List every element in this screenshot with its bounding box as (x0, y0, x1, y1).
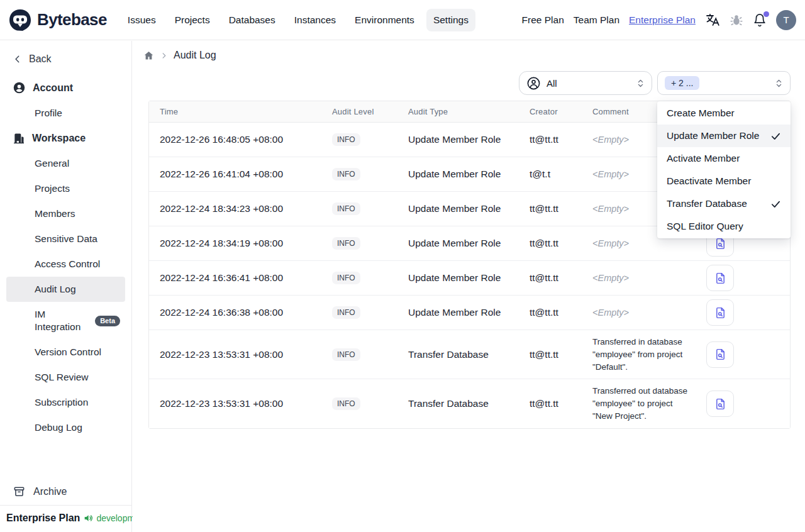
sidebar-item-label: Audit Log (35, 283, 76, 296)
audit-level-badge: INFO (332, 348, 360, 361)
sidebar-item-label: Version Control (35, 346, 101, 358)
team-plan-link[interactable]: Team Plan (574, 14, 619, 26)
row-audit-type: Transfer Database (397, 349, 519, 360)
row-time: 2022-12-26 16:48:05 +08:00 (149, 134, 321, 145)
user-avatar[interactable]: T (776, 10, 796, 30)
menu-item-label: Deactivate Member (667, 175, 751, 187)
sidebar-item-archive[interactable]: Archive (0, 479, 131, 505)
sidebar-item-members[interactable]: Members (6, 201, 125, 226)
audit-type-dropdown-menu: Create Member Update Member Role Activat… (657, 101, 791, 238)
check-icon (770, 131, 781, 141)
row-comment: <Empty> (592, 204, 629, 214)
menu-item-transfer-database[interactable]: Transfer Database (657, 192, 791, 215)
view-detail-button[interactable] (706, 391, 734, 417)
archive-label: Archive (33, 486, 67, 497)
notification-bell-icon[interactable] (753, 13, 767, 27)
sidebar-item-label: Subscription (35, 396, 88, 409)
row-creator: tt@tt.tt (519, 238, 582, 249)
type-filter-tag: + 2 ... (665, 76, 699, 90)
row-creator: tt@tt.tt (519, 307, 582, 318)
bytebase-logo[interactable]: Bytebase (9, 9, 107, 31)
chevron-left-icon (13, 55, 22, 64)
navbar-right: Free Plan Team Plan Enterprise Plan (522, 10, 796, 30)
workspace-title: Workspace (32, 133, 86, 144)
table-row: 2022-12-23 13:53:31 +08:00 INFO Transfer… (149, 379, 790, 428)
audit-level-badge: INFO (332, 202, 360, 215)
bug-report-icon[interactable] (730, 13, 743, 27)
sidebar-item-sql-review[interactable]: SQL Review (6, 365, 125, 390)
sidebar-section-workspace: Workspace (0, 126, 131, 151)
sidebar-item-access-control[interactable]: Access Control (6, 252, 125, 277)
chevron-updown-icon (636, 79, 645, 88)
sidebar-item-im-integration[interactable]: IM Integration Beta (6, 302, 125, 340)
nav-settings[interactable]: Settings (426, 9, 475, 31)
sidebar-item-audit-log[interactable]: Audit Log (6, 277, 125, 302)
menu-item-deactivate-member[interactable]: Deactivate Member (657, 170, 791, 192)
sidebar-section-account: Account (0, 75, 131, 101)
audit-level-badge: INFO (332, 397, 360, 410)
col-header-audit-level: Audit Level (321, 107, 397, 116)
row-creator: tt@tt.tt (519, 349, 582, 360)
free-plan-link[interactable]: Free Plan (522, 14, 564, 26)
row-time: 2022-12-26 16:41:04 +08:00 (149, 169, 321, 180)
notification-dot (763, 11, 769, 17)
home-icon[interactable] (143, 50, 154, 61)
row-creator: tt@tt.tt (519, 272, 582, 284)
nav-issues[interactable]: Issues (121, 9, 163, 31)
person-circle-icon (526, 76, 541, 91)
back-label: Back (29, 53, 52, 65)
main-content: Audit Log All + 2 ... (133, 41, 805, 532)
row-audit-type: Update Member Role (397, 272, 519, 284)
enterprise-plan-link[interactable]: Enterprise Plan (629, 14, 696, 26)
nav-environments[interactable]: Environments (348, 9, 421, 31)
translate-icon[interactable] (705, 13, 720, 28)
nav-instances[interactable]: Instances (287, 9, 343, 31)
sidebar-item-label: Profile (35, 107, 62, 119)
chevron-updown-icon (775, 79, 783, 88)
row-creator: tt@tt.tt (519, 398, 582, 409)
sidebar-item-sensitive-data[interactable]: Sensitive Data (6, 226, 125, 252)
top-navbar: Bytebase Issues Projects Databases Insta… (0, 0, 805, 40)
menu-item-label: SQL Editor Query (667, 221, 743, 232)
audit-level-badge: INFO (332, 133, 360, 146)
breadcrumb: Audit Log (133, 41, 805, 62)
account-title: Account (33, 82, 73, 94)
table-row: 2022-12-24 16:36:41 +08:00 INFO Update M… (149, 261, 790, 296)
brand-name: Bytebase (37, 10, 107, 30)
menu-item-label: Create Member (667, 108, 735, 119)
sidebar-item-profile[interactable]: Profile (6, 101, 125, 126)
col-header-creator: Creator (519, 107, 582, 116)
sidebar-item-projects[interactable]: Projects (6, 176, 125, 201)
view-detail-button[interactable] (706, 265, 734, 291)
back-button[interactable]: Back (0, 51, 131, 75)
menu-item-sql-editor-query[interactable]: SQL Editor Query (657, 215, 791, 238)
row-time: 2022-12-23 13:53:31 +08:00 (149, 349, 321, 360)
col-header-time: Time (149, 107, 321, 116)
bytebase-logo-icon (9, 9, 31, 31)
row-comment: <Empty> (592, 273, 629, 283)
row-comment: <Empty> (592, 169, 629, 179)
row-comment: <Empty> (592, 135, 629, 145)
row-comment: <Empty> (592, 238, 629, 248)
menu-item-update-member-role[interactable]: Update Member Role (657, 125, 791, 147)
nav-databases[interactable]: Databases (222, 9, 282, 31)
breadcrumb-current[interactable]: Audit Log (174, 50, 216, 61)
sidebar-item-version-control[interactable]: Version Control (6, 340, 125, 365)
menu-item-create-member[interactable]: Create Member (657, 102, 791, 125)
menu-item-activate-member[interactable]: Activate Member (657, 147, 791, 170)
sidebar-item-general[interactable]: General (6, 151, 125, 176)
nav-projects[interactable]: Projects (168, 9, 217, 31)
creator-filter-select[interactable]: All (519, 71, 652, 95)
sidebar-item-subscription[interactable]: Subscription (6, 390, 125, 415)
main-nav: Issues Projects Databases Instances Envi… (121, 9, 475, 31)
audit-type-filter-select[interactable]: + 2 ... (657, 71, 791, 95)
row-comment: <Empty> (592, 308, 629, 318)
view-detail-button[interactable] (706, 299, 734, 326)
view-detail-button[interactable] (706, 341, 734, 368)
row-audit-type: Update Member Role (397, 238, 519, 249)
sidebar-item-debug-log[interactable]: Debug Log (6, 415, 125, 440)
row-audit-type: Update Member Role (397, 134, 519, 145)
audit-level-badge: INFO (332, 168, 360, 180)
row-comment: Transferred in database "employee" from … (592, 331, 682, 377)
account-icon (13, 81, 26, 94)
